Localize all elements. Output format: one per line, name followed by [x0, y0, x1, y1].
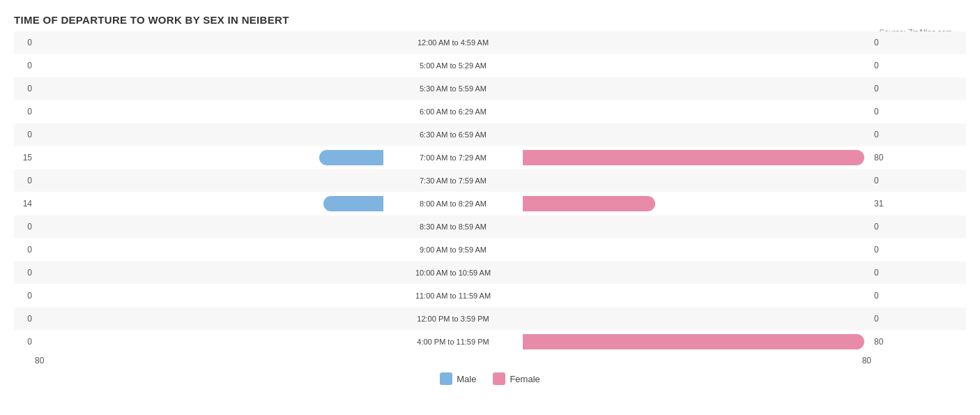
chart-row: 04:00 PM to 11:59 PM80 — [14, 331, 966, 353]
legend-female: Female — [493, 372, 539, 385]
female-value: 0 — [871, 245, 899, 255]
female-bar — [523, 150, 864, 165]
time-label: 7:00 AM to 7:29 AM — [383, 153, 523, 162]
chart-row: 012:00 PM to 3:59 PM0 — [14, 308, 966, 330]
female-bar — [523, 196, 655, 211]
time-label: 6:30 AM to 6:59 AM — [383, 130, 523, 139]
time-label: 7:30 AM to 7:59 AM — [383, 176, 523, 185]
chart-row: 011:00 AM to 11:59 AM0 — [14, 285, 966, 307]
time-label: 12:00 AM to 4:59 AM — [383, 38, 523, 47]
male-value: 0 — [14, 291, 35, 301]
male-value: 0 — [14, 61, 35, 70]
male-value: 0 — [14, 130, 35, 139]
time-label: 8:00 AM to 8:29 AM — [383, 199, 523, 208]
female-value: 80 — [871, 337, 899, 347]
axis-right-label: 80 — [862, 356, 871, 365]
legend-male-label: Male — [457, 374, 476, 384]
chart-container: 012:00 AM to 4:59 AM005:00 AM to 5:29 AM… — [14, 31, 966, 385]
male-value: 0 — [14, 84, 35, 93]
female-value: 31 — [871, 199, 899, 209]
time-label: 12:00 PM to 3:59 PM — [383, 315, 523, 323]
legend-male: Male — [440, 372, 476, 385]
male-bar — [319, 150, 383, 165]
male-value: 0 — [14, 268, 35, 278]
male-bar-area — [35, 196, 383, 211]
legend: Male Female — [14, 372, 966, 385]
male-value: 0 — [14, 107, 35, 116]
male-bar-area — [35, 150, 383, 165]
time-label: 5:00 AM to 5:29 AM — [383, 61, 523, 70]
female-value: 0 — [871, 38, 899, 47]
male-value: 15 — [14, 153, 35, 163]
female-bar-area — [523, 334, 871, 349]
chart-row: 08:30 AM to 8:59 AM0 — [14, 216, 966, 238]
chart-row: 06:30 AM to 6:59 AM0 — [14, 123, 966, 146]
female-value: 80 — [871, 153, 899, 163]
male-value: 0 — [14, 38, 35, 47]
female-bar — [523, 334, 864, 349]
legend-male-box — [440, 372, 452, 385]
time-label: 6:00 AM to 6:29 AM — [383, 107, 523, 116]
female-bar-area — [523, 150, 871, 165]
female-value: 0 — [871, 314, 899, 324]
chart-row: 09:00 AM to 9:59 AM0 — [14, 239, 966, 261]
female-value: 0 — [871, 84, 899, 93]
time-label: 8:30 AM to 8:59 AM — [383, 222, 523, 231]
male-value: 0 — [14, 176, 35, 186]
female-value: 0 — [871, 291, 899, 301]
male-value: 14 — [14, 199, 35, 209]
female-value: 0 — [871, 107, 899, 116]
legend-female-label: Female — [510, 374, 539, 384]
male-bar — [323, 196, 383, 211]
chart-row: 157:00 AM to 7:29 AM80 — [14, 146, 966, 169]
male-value: 0 — [14, 222, 35, 232]
female-value: 0 — [871, 176, 899, 186]
time-label: 4:00 PM to 11:59 PM — [383, 338, 523, 346]
legend-female-box — [493, 372, 505, 385]
chart-row: 148:00 AM to 8:29 AM31 — [14, 193, 966, 215]
chart-row: 010:00 AM to 10:59 AM0 — [14, 262, 966, 284]
female-value: 0 — [871, 222, 899, 232]
chart-title: TIME OF DEPARTURE TO WORK BY SEX IN NEIB… — [14, 14, 966, 26]
chart-row: 05:00 AM to 5:29 AM0 — [14, 54, 966, 77]
female-value: 0 — [871, 268, 899, 278]
male-value: 0 — [14, 337, 35, 347]
female-value: 0 — [871, 61, 899, 70]
chart-row: 07:30 AM to 7:59 AM0 — [14, 169, 966, 192]
chart-row: 06:00 AM to 6:29 AM0 — [14, 100, 966, 123]
time-label: 9:00 AM to 9:59 AM — [383, 246, 523, 254]
male-value: 0 — [14, 245, 35, 255]
time-label: 5:30 AM to 5:59 AM — [383, 84, 523, 93]
female-bar-area — [523, 196, 871, 211]
male-value: 0 — [14, 314, 35, 324]
time-label: 10:00 AM to 10:59 AM — [383, 269, 523, 277]
chart-row: 05:30 AM to 5:59 AM0 — [14, 77, 966, 100]
female-value: 0 — [871, 130, 899, 139]
axis-left-label: 80 — [35, 356, 44, 365]
chart-row: 012:00 AM to 4:59 AM0 — [14, 31, 966, 54]
time-label: 11:00 AM to 11:59 AM — [383, 292, 523, 300]
